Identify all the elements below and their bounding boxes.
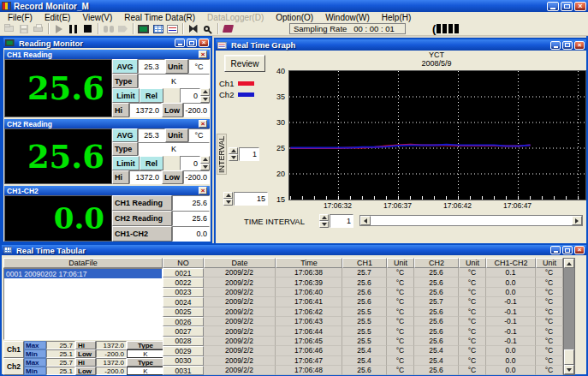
table-row[interactable]: 00302009/2/217:06:4725.4°C25.4°C0.0°C <box>163 356 563 366</box>
vscroll-thumb[interactable] <box>564 349 574 365</box>
pause-icon[interactable] <box>66 22 80 35</box>
menu-window[interactable]: Window(W) <box>319 13 376 22</box>
table-row[interactable]: 00262009/2/217:06:4325.5°C25.6°C-0.1°C <box>163 317 563 326</box>
reading-monitor-title: Reading Monitor <box>19 39 83 48</box>
graph-icon[interactable] <box>165 22 180 35</box>
ch2-hi-value[interactable]: 1372.0 <box>129 170 162 184</box>
time-interval-spinner[interactable] <box>319 214 329 228</box>
table-cell: -0.1 <box>486 337 536 346</box>
graph-maximize-button[interactable] <box>562 41 573 50</box>
vscroll-up-icon[interactable] <box>564 259 574 268</box>
activity-curve: ( <box>432 24 436 33</box>
help-icon[interactable] <box>221 22 235 35</box>
menu-help[interactable]: Help(H) <box>376 13 417 22</box>
time-interval-value-input[interactable]: 1 <box>330 214 353 228</box>
record-icon <box>104 26 114 33</box>
ch2-rel-value-input[interactable]: 0 <box>180 156 200 170</box>
ch1-rel-button[interactable]: Rel <box>140 88 163 103</box>
table-cell: 25.5 <box>342 317 387 326</box>
ch1-limit-button[interactable]: Limit <box>112 88 140 103</box>
print-icon <box>31 22 45 35</box>
table-row[interactable]: 00242009/2/217:06:4125.6°C25.7°C-0.1°C <box>163 297 563 307</box>
ch1-hi-value[interactable]: 1372.0 <box>129 103 162 117</box>
ch1-type-label: Type <box>112 74 138 88</box>
table-row[interactable]: 00212009/2/217:06:3825.7°C25.6°C0.1°C <box>163 268 563 278</box>
ch1-hi-label: Hi <box>112 103 129 117</box>
ch1-rel-value-input[interactable]: 0 <box>180 88 200 103</box>
table-row[interactable]: 00272009/2/217:06:4425.5°C25.6°C-0.1°C <box>163 326 563 336</box>
tab-minimize-button[interactable] <box>550 246 561 254</box>
ch1-low-value[interactable]: -200.0 <box>183 103 210 117</box>
graph-minimize-button[interactable] <box>550 41 561 50</box>
menu-real-time-data[interactable]: Real Time Data(R) <box>118 13 201 22</box>
ch2-limit-button[interactable]: Limit <box>112 156 140 170</box>
datafile-item[interactable]: 0001 20090202 17:06:17 <box>4 269 162 278</box>
table-cell: °C <box>459 288 486 297</box>
ch1-panel-close-icon[interactable]: × <box>199 51 207 58</box>
ch2-rel-spinner[interactable] <box>200 156 210 170</box>
interval-spin-down-icon[interactable] <box>229 154 238 161</box>
ch2-rel-button[interactable]: Rel <box>140 156 163 170</box>
hscroll-right-icon[interactable] <box>572 216 582 225</box>
time-interval-spin-down-icon[interactable] <box>319 221 329 228</box>
ch2-panel-close-icon[interactable]: × <box>199 120 207 128</box>
diff-panel-close-icon[interactable]: × <box>199 187 207 194</box>
table-vscrollbar[interactable] <box>563 258 575 375</box>
ch2-stats-low-label: Low <box>75 367 96 375</box>
stop-icon[interactable] <box>80 22 95 35</box>
rm-close-button[interactable]: × <box>199 39 209 47</box>
table-cell: 25.4 <box>414 346 459 355</box>
tabular-icon[interactable] <box>151 22 165 35</box>
chart-plot-area <box>288 70 586 200</box>
ch2-rel-spin-up-icon[interactable] <box>200 156 210 164</box>
hscroll-track[interactable] <box>371 216 572 225</box>
chart-title: YCT <box>288 51 585 59</box>
x-tick-label: 17:06:47 <box>495 201 541 210</box>
table-cell: 25.5 <box>342 307 387 317</box>
ch2-low-value[interactable]: -200.0 <box>183 170 210 184</box>
ch1-min-value: 25.1 <box>46 349 75 358</box>
time-interval-spin-up-icon[interactable] <box>319 214 329 221</box>
table-cell: °C <box>387 326 414 336</box>
table-cell: 17:06:40 <box>276 288 342 297</box>
zoom-icon[interactable] <box>200 22 215 35</box>
table-row[interactable]: 00252009/2/217:06:4225.5°C25.6°C-0.1°C <box>163 307 563 317</box>
menu-file[interactable]: File(F) <box>2 13 39 22</box>
table-row[interactable]: 00232009/2/217:06:4025.6°C25.6°C0.0°C <box>163 288 563 297</box>
diff-panel-titlebar: CH1-CH2 × <box>4 186 210 195</box>
table-cell: 17:06:45 <box>276 337 342 346</box>
menu-option[interactable]: Option(O) <box>270 13 319 22</box>
restore-button[interactable] <box>561 2 573 11</box>
table-row[interactable]: 00292009/2/217:06:4625.4°C25.4°C0.0°C <box>163 346 563 355</box>
vscroll-down-icon[interactable] <box>564 365 574 374</box>
table-row[interactable]: 00312009/2/217:06:4825.6°C25.6°C0.0°C <box>163 366 563 375</box>
vscroll-track[interactable] <box>564 268 574 365</box>
table-cell: 25.6 <box>414 288 459 297</box>
ch1-avg-button[interactable]: AVG <box>112 59 138 74</box>
diff-lcd-display: 0.0 <box>4 195 112 242</box>
ch1-rel-spin-down-icon[interactable] <box>200 96 210 104</box>
graph-close-button[interactable]: × <box>574 41 585 50</box>
hscroll-left-icon[interactable] <box>360 216 371 225</box>
ch1-rel-spin-up-icon[interactable] <box>200 88 210 96</box>
close-button[interactable]: × <box>574 2 586 11</box>
arrange-icon[interactable] <box>186 22 200 35</box>
minimize-button[interactable] <box>547 2 559 11</box>
menu-edit[interactable]: Edit(E) <box>39 13 77 22</box>
tab-maximize-button[interactable] <box>562 246 573 254</box>
table-row[interactable]: 00282009/2/217:06:4525.5°C25.6°C-0.1°C <box>163 337 563 346</box>
ch1-rel-spinner[interactable] <box>200 88 210 103</box>
ch2-avg-button[interactable]: AVG <box>112 128 138 142</box>
time-interval-label: TIME INTERVAL <box>244 217 305 226</box>
menu-view[interactable]: View(V) <box>76 13 118 22</box>
rm-minimize-button[interactable] <box>175 39 185 47</box>
table-row[interactable]: 00222009/2/217:06:3925.6°C25.6°C0.0°C <box>163 278 563 287</box>
reading-monitor-icon[interactable] <box>136 22 151 35</box>
table-cell: 25.6 <box>342 288 387 297</box>
ch2-rel-spin-down-icon[interactable] <box>200 164 210 171</box>
rm-maximize-button[interactable] <box>187 39 197 47</box>
window-controls: × <box>547 2 586 11</box>
table-header: NODateTimeCH1UnitCH2UnitCH1-CH2Unit <box>163 258 563 268</box>
tab-close-button[interactable]: × <box>574 246 585 254</box>
graph-hscrollbar[interactable] <box>359 215 583 226</box>
